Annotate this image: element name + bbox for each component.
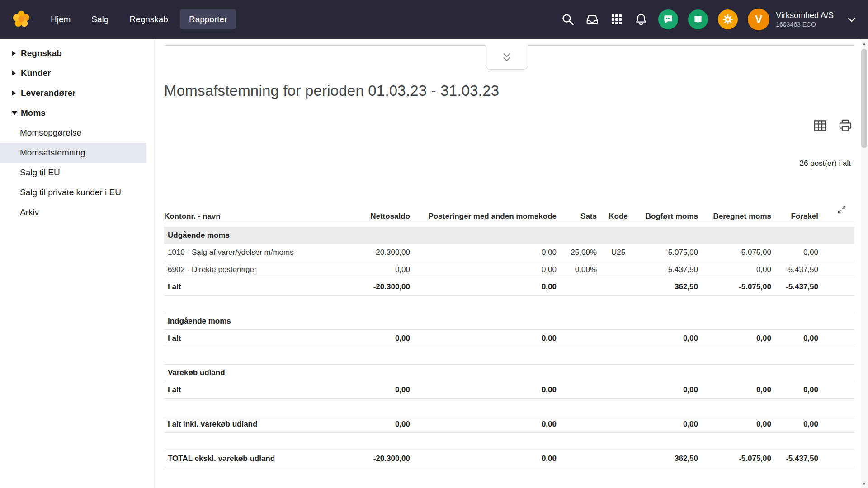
- scroll-up-arrow-icon[interactable]: ▲: [860, 39, 868, 48]
- section-label: Udgående moms: [164, 231, 854, 240]
- sidebar-item-salg-til-private-kunder-i-eu[interactable]: Salg til private kunder i EU: [0, 183, 153, 202]
- sidebar: Regnskab Kunder Leverandører Moms Momsop…: [0, 39, 153, 488]
- cell-forskel: -5.437,50: [771, 282, 818, 291]
- cell-beregnet: 0,00: [698, 385, 771, 394]
- cell-bogfort: 0,00: [640, 334, 698, 343]
- chevron-right-icon: [12, 90, 21, 96]
- cell-sats: 0,00%: [557, 265, 597, 274]
- cell-posteringer: 0,00: [410, 420, 557, 429]
- cell-forskel: 0,00: [771, 334, 818, 343]
- avatar: V: [748, 9, 769, 30]
- column-header: Kontonr. - navn: [164, 212, 336, 221]
- gear-icon: [722, 14, 734, 25]
- scrollbar-thumb[interactable]: [861, 49, 867, 148]
- scroll-down-arrow-icon[interactable]: ▼: [860, 479, 868, 488]
- cell-forskel: -5.437,50: [771, 265, 818, 274]
- column-header: Posteringer med anden momskode: [410, 212, 557, 221]
- cell-posteringer: 0,00: [410, 265, 557, 274]
- sidebar-item-moms[interactable]: Moms: [0, 103, 153, 123]
- topbar-actions: V Virksomhed A/S 1603463 ECO: [561, 9, 868, 30]
- app-window: Hjem Salg Regnskab Rapporter: [0, 0, 868, 488]
- table-gap: [164, 347, 854, 365]
- sidebar-item-arkiv[interactable]: Arkiv: [0, 202, 153, 222]
- topbar: Hjem Salg Regnskab Rapporter: [0, 0, 868, 39]
- cell-beregnet: 0,00: [698, 334, 771, 343]
- table-row: I alt0,000,000,000,000,00: [164, 330, 854, 347]
- row-name: TOTAL ekskl. varekøb udland: [164, 454, 336, 463]
- nav-item-hjem[interactable]: Hjem: [42, 9, 80, 29]
- cell-forskel: 0,00: [771, 385, 818, 394]
- column-header: Beregnet moms: [698, 212, 771, 221]
- cell-posteringer: 0,00: [410, 248, 557, 257]
- cell-nettosaldo: -20.300,00: [336, 248, 410, 257]
- sidebar-item-momsafstemning[interactable]: Momsafstemning: [0, 143, 146, 163]
- row-name: I alt inkl. varekøb udland: [164, 420, 336, 429]
- sidebar-item-leverandorer[interactable]: Leverandører: [0, 83, 153, 103]
- collapse-filter-button[interactable]: [486, 45, 528, 70]
- vertical-scrollbar[interactable]: ▲ ▼: [860, 39, 868, 488]
- page-title: Momsafstemning for perioden 01.03.23 - 3…: [164, 82, 499, 99]
- cell-forskel: -5.437,50: [771, 454, 818, 463]
- table-row: I alt inkl. varekøb udland0,000,000,000,…: [164, 416, 854, 433]
- table-row: 6902 - Direkte posteringer0,000,000,00%5…: [164, 261, 854, 278]
- brand-logo-icon[interactable]: [11, 9, 32, 30]
- sidebar-item-label: Arkiv: [20, 207, 39, 217]
- cell-beregnet: -5.075,00: [698, 454, 771, 463]
- table-gap: [164, 399, 854, 416]
- table-row: Indgående moms: [164, 313, 854, 330]
- bell-icon[interactable]: [634, 12, 648, 27]
- cell-forskel: 0,00: [771, 248, 818, 257]
- table-row: I alt-20.300,000,00362,50-5.075,00-5.437…: [164, 278, 854, 296]
- row-name: I alt: [164, 334, 336, 343]
- record-count: 26 post(er) i alt: [800, 159, 851, 168]
- cell-beregnet: -5.075,00: [698, 248, 771, 257]
- column-header: Bogført moms: [640, 212, 698, 221]
- nav-item-rapporter[interactable]: Rapporter: [180, 9, 236, 29]
- main-nav: Hjem Salg Regnskab Rapporter: [42, 9, 236, 29]
- settings-button[interactable]: [718, 9, 738, 29]
- company-name: Virksomhed A/S: [776, 10, 834, 21]
- inbox-icon[interactable]: [585, 12, 599, 27]
- chevron-right-icon: [12, 70, 21, 76]
- help-book-button[interactable]: [688, 9, 708, 29]
- chevron-down-icon: [12, 111, 21, 115]
- support-chat-button[interactable]: [658, 9, 678, 29]
- sidebar-item-label: Moms: [21, 108, 46, 118]
- cell-beregnet: -5.075,00: [698, 282, 771, 291]
- nav-item-regnskab[interactable]: Regnskab: [120, 9, 177, 29]
- row-name: 6902 - Direkte posteringer: [164, 265, 336, 274]
- table-gap: [164, 296, 854, 313]
- row-name: Varekøb udland: [164, 368, 336, 377]
- sidebar-item-salg-til-eu[interactable]: Salg til EU: [0, 163, 153, 183]
- table-view-icon[interactable]: [811, 117, 829, 135]
- cell-nettosaldo: 0,00: [336, 420, 410, 429]
- sidebar-item-momsopgorelse[interactable]: Momsopgørelse: [0, 123, 153, 143]
- chevron-down-icon: [847, 17, 856, 23]
- nav-item-salg[interactable]: Salg: [82, 9, 118, 29]
- cell-bogfort: 0,00: [640, 385, 698, 394]
- report-toolbar: [811, 117, 854, 135]
- account-menu[interactable]: V Virksomhed A/S 1603463 ECO: [748, 9, 856, 30]
- double-chevron-down-icon: [500, 52, 514, 63]
- cell-beregnet: 0,00: [698, 420, 771, 429]
- sidebar-item-label: Kunder: [21, 68, 51, 78]
- cell-bogfort: 0,00: [640, 420, 698, 429]
- search-icon[interactable]: [561, 12, 575, 27]
- table-gap: [164, 433, 854, 450]
- row-name: I alt: [164, 385, 336, 394]
- sidebar-item-label: Salg til private kunder i EU: [20, 188, 121, 197]
- sidebar-item-kunder[interactable]: Kunder: [0, 63, 153, 83]
- row-name: Indgående moms: [164, 317, 336, 326]
- print-icon[interactable]: [836, 117, 854, 135]
- cell-beregnet: 0,00: [698, 265, 771, 274]
- cell-nettosaldo: 0,00: [336, 265, 410, 274]
- apps-grid-icon[interactable]: [609, 12, 624, 27]
- cell-bogfort: 362,50: [640, 282, 698, 291]
- cell-sats: 25,00%: [557, 248, 597, 257]
- sidebar-item-regnskab[interactable]: Regnskab: [0, 43, 153, 63]
- table-header-row: Kontonr. - navn Nettosaldo Posteringer m…: [164, 209, 854, 224]
- table-row: Varekøb udland: [164, 364, 854, 381]
- chevron-right-icon: [12, 51, 21, 56]
- open-book-icon: [692, 14, 704, 25]
- sidebar-item-label: Leverandører: [21, 88, 75, 98]
